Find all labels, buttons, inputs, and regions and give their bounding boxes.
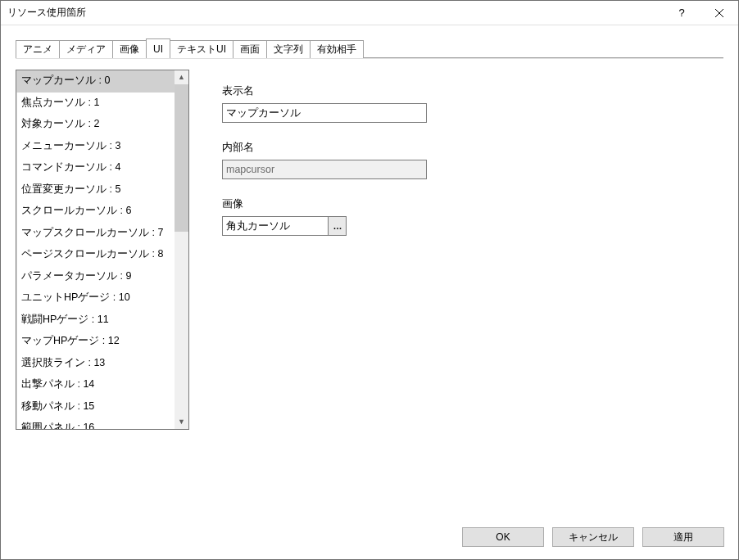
- apply-button[interactable]: 適用: [642, 527, 724, 547]
- list-item[interactable]: 位置変更カーソル : 5: [16, 179, 175, 201]
- tab-media[interactable]: メディア: [59, 40, 113, 58]
- image-label: 画像: [222, 197, 427, 211]
- panel-body: マップカーソル : 0 焦点カーソル : 1 対象カーソル : 2 メニューカー…: [16, 70, 723, 430]
- resource-listbox[interactable]: マップカーソル : 0 焦点カーソル : 1 対象カーソル : 2 メニューカー…: [16, 70, 189, 430]
- display-name-group: 表示名: [222, 84, 427, 123]
- cancel-button[interactable]: キャンセル: [552, 527, 634, 547]
- dialog-button-bar: OK キャンセル 適用: [462, 527, 724, 547]
- list-item[interactable]: 焦点カーソル : 1: [16, 93, 175, 115]
- image-group: 画像 …: [222, 197, 427, 236]
- list-item[interactable]: ユニットHPゲージ : 10: [16, 287, 175, 309]
- ok-button[interactable]: OK: [462, 527, 544, 547]
- chevron-up-icon: ▲: [178, 74, 185, 81]
- list-item[interactable]: パラメータカーソル : 9: [16, 266, 175, 288]
- image-combo-row: …: [222, 216, 427, 236]
- internal-name-label: 内部名: [222, 141, 427, 155]
- tab-image[interactable]: 画像: [112, 40, 147, 58]
- scroll-down-button[interactable]: ▼: [175, 415, 188, 429]
- form-area: 表示名 内部名 画像 …: [222, 70, 427, 430]
- list-item[interactable]: メニューカーソル : 3: [16, 136, 175, 158]
- tab-valid-target[interactable]: 有効相手: [310, 40, 364, 58]
- list-item[interactable]: 出撃パネル : 14: [16, 374, 175, 396]
- list-scrollbar[interactable]: ▲ ▼: [175, 70, 188, 429]
- tab-strip: アニメ メディア 画像 UI テキストUI 画面 文字列 有効相手: [16, 38, 723, 58]
- help-button[interactable]: ?: [663, 1, 700, 25]
- image-value-input[interactable]: [222, 216, 329, 236]
- list-item[interactable]: マップカーソル : 0: [16, 70, 175, 93]
- image-browse-button[interactable]: …: [329, 216, 347, 236]
- tab-ui[interactable]: UI: [146, 38, 170, 58]
- tab-screen[interactable]: 画面: [233, 40, 267, 58]
- list-item[interactable]: ページスクロールカーソル : 8: [16, 244, 175, 266]
- internal-name-group: 内部名: [222, 141, 427, 179]
- tab-string[interactable]: 文字列: [266, 40, 311, 58]
- chevron-down-icon: ▼: [178, 418, 185, 426]
- list-items-container: マップカーソル : 0 焦点カーソル : 1 対象カーソル : 2 メニューカー…: [16, 70, 175, 429]
- list-item[interactable]: コマンドカーソル : 4: [16, 157, 175, 179]
- list-item[interactable]: 対象カーソル : 2: [16, 114, 175, 136]
- list-item[interactable]: マップスクロールカーソル : 7: [16, 223, 175, 245]
- list-item[interactable]: 戦闘HPゲージ : 11: [16, 309, 175, 332]
- tab-anime[interactable]: アニメ: [16, 40, 60, 58]
- display-name-input[interactable]: [222, 103, 427, 123]
- list-item[interactable]: マップHPゲージ : 12: [16, 331, 175, 353]
- scroll-track[interactable]: [175, 84, 188, 415]
- content-area: アニメ メディア 画像 UI テキストUI 画面 文字列 有効相手 マップカーソ…: [1, 25, 738, 430]
- scroll-up-button[interactable]: ▲: [175, 70, 188, 84]
- list-item[interactable]: 選択肢ライン : 13: [16, 353, 175, 375]
- list-item[interactable]: 範囲パネル : 16: [16, 418, 175, 429]
- window-title: リソース使用箇所: [1, 6, 663, 20]
- internal-name-input: [222, 160, 427, 179]
- ellipsis-icon: …: [333, 221, 342, 231]
- list-item[interactable]: 移動パネル : 15: [16, 396, 175, 418]
- titlebar: リソース使用箇所 ?: [1, 1, 738, 25]
- close-icon: [715, 9, 723, 17]
- close-button[interactable]: [700, 1, 738, 25]
- scroll-thumb[interactable]: [175, 84, 188, 232]
- list-item[interactable]: スクロールカーソル : 6: [16, 201, 175, 223]
- tab-text-ui[interactable]: テキストUI: [170, 40, 233, 58]
- display-name-label: 表示名: [222, 84, 427, 98]
